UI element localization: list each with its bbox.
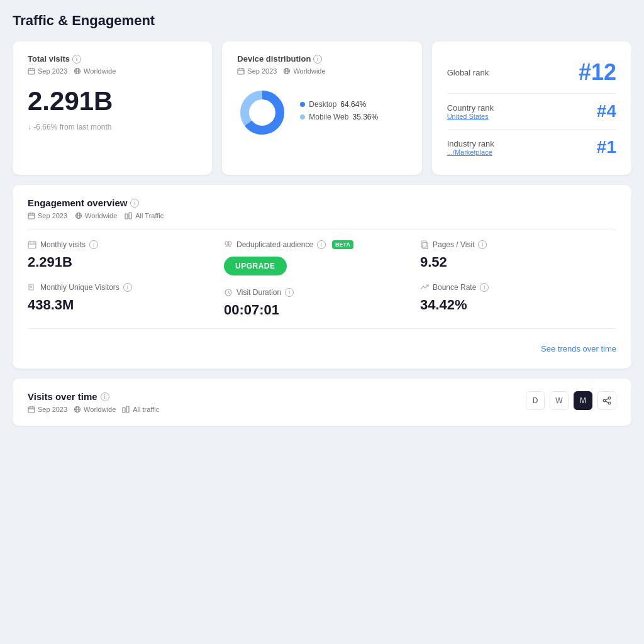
visit-duration-icon [224, 288, 233, 297]
device-dist-meta: Sep 2023 Worldwide [237, 67, 406, 75]
pages-visit-value: 9.52 [420, 254, 616, 270]
desktop-dot [300, 102, 305, 107]
svg-rect-38 [421, 241, 426, 247]
unique-visitors-icon [28, 283, 36, 292]
device-distribution-card: Device distribution i Sep 2023 Worldwide [222, 42, 421, 175]
upgrade-btn-wrapper[interactable]: UPGRADE [224, 257, 420, 275]
svg-rect-25 [129, 213, 131, 219]
global-rank-row: Global rank #12 [447, 52, 616, 94]
svg-point-50 [603, 399, 606, 402]
total-visits-date: Sep 2023 [28, 67, 67, 75]
svg-rect-7 [238, 69, 244, 74]
total-visits-region: Worldwide [74, 67, 116, 75]
bounce-rate-value: 34.42% [420, 297, 616, 313]
svg-point-34 [228, 242, 231, 245]
svg-rect-17 [28, 213, 35, 219]
device-dist-info-icon[interactable]: i [313, 55, 322, 64]
mobile-legend-item: Mobile Web 35.36% [300, 113, 378, 121]
country-rank-left: Country rank United States [447, 103, 494, 120]
svg-rect-24 [125, 214, 128, 219]
visits-region: Worldwide [74, 406, 116, 413]
svg-rect-48 [126, 406, 129, 413]
svg-rect-26 [28, 242, 36, 248]
calendar-icon [28, 406, 35, 413]
engagement-title: Engagement overview i [28, 197, 616, 208]
industry-rank-row: Industry rank .../Marketplace #1 [447, 130, 616, 165]
week-button[interactable]: W [550, 391, 569, 410]
globe-icon [283, 67, 291, 75]
device-dist-date: Sep 2023 [237, 67, 277, 75]
upgrade-button[interactable]: UPGRADE [224, 257, 287, 275]
monthly-visits-icon [28, 240, 36, 249]
total-visits-title: Total visits i [28, 54, 197, 64]
device-legend: Desktop 64.64% Mobile Web 35.36% [300, 100, 378, 125]
visits-over-time-info[interactable]: i [101, 392, 109, 401]
metrics-col-2: Deduplicated audience i BETA UPGRADE Vis… [224, 240, 420, 318]
visits-title-block: Visits over time i Sep 2023 Worldwide Al… [28, 391, 159, 413]
globe-icon [75, 212, 82, 219]
see-trends-link[interactable]: See trends over time [541, 344, 616, 353]
time-controls: D W M [526, 391, 616, 410]
device-dist-region: Worldwide [283, 67, 325, 75]
visits-date: Sep 2023 [28, 406, 67, 413]
calendar-icon [28, 67, 35, 75]
engagement-info-icon[interactable]: i [130, 199, 139, 208]
country-rank-value: #4 [597, 101, 616, 121]
month-button[interactable]: M [574, 391, 592, 410]
globe-icon [74, 67, 81, 75]
industry-rank-left: Industry rank .../Marketplace [447, 139, 494, 156]
pages-icon [420, 240, 429, 249]
mobile-dot [300, 114, 305, 119]
share-button[interactable] [597, 391, 616, 410]
pages-visit-info[interactable]: i [478, 240, 487, 249]
traffic-icon [125, 212, 133, 219]
metrics-col-3: Pages / Visit i 9.52 Bounce Rate i 34.42… [420, 240, 616, 318]
monthly-visits-row: Monthly visits i 2.291B [28, 240, 224, 270]
engagement-bottom-divider [28, 328, 616, 329]
svg-point-51 [608, 402, 611, 404]
page-title: Traffic & Engagement [13, 13, 631, 29]
svg-rect-39 [423, 243, 428, 249]
total-visits-change: ↓ -6.66% from last month [28, 123, 197, 131]
total-visits-card: Total visits i Sep 2023 Worldwide 2.291B… [13, 42, 212, 175]
traffic-icon [122, 406, 130, 413]
engagement-meta: Sep 2023 Worldwide All Traffic [28, 212, 616, 219]
dedup-info[interactable]: i [317, 240, 326, 249]
desktop-pct: 64.64% [340, 100, 366, 109]
visits-over-time-card: Visits over time i Sep 2023 Worldwide Al… [13, 379, 631, 426]
visits-header: Visits over time i Sep 2023 Worldwide Al… [28, 391, 616, 413]
visits-meta: Sep 2023 Worldwide All traffic [28, 406, 159, 413]
global-rank-label: Global rank [447, 68, 489, 77]
engagement-region: Worldwide [75, 212, 117, 219]
country-rank-row: Country rank United States #4 [447, 94, 616, 130]
visit-duration-row: Visit Duration i 00:07:01 [224, 288, 420, 318]
country-link[interactable]: United States [447, 113, 494, 120]
monthly-unique-row: Monthly Unique Visitors i 438.3M [28, 283, 224, 313]
device-dist-title: Device distribution i [237, 54, 406, 64]
calendar-icon [28, 212, 35, 219]
bounce-rate-icon [420, 283, 429, 292]
total-visits-meta: Sep 2023 Worldwide [28, 67, 197, 75]
svg-line-52 [606, 399, 608, 400]
beta-badge: BETA [332, 240, 353, 249]
svg-line-37 [228, 292, 230, 294]
industry-link[interactable]: .../Marketplace [447, 148, 494, 156]
total-visits-info-icon[interactable]: i [72, 55, 81, 64]
day-button[interactable]: D [526, 391, 545, 410]
dedup-row: Deduplicated audience i BETA UPGRADE [224, 240, 420, 275]
monthly-visits-value: 2.291B [28, 254, 224, 270]
bounce-rate-info[interactable]: i [480, 283, 489, 292]
svg-point-49 [608, 397, 611, 399]
rank-card: Global rank #12 Country rank United Stat… [432, 42, 631, 175]
visits-traffic: All traffic [122, 406, 159, 413]
monthly-visits-info[interactable]: i [89, 240, 98, 249]
desktop-legend-item: Desktop 64.64% [300, 100, 378, 109]
visit-duration-info[interactable]: i [285, 288, 294, 297]
monthly-unique-info[interactable]: i [123, 283, 132, 292]
metrics-col-1: Monthly visits i 2.291B Monthly Unique V… [28, 240, 224, 318]
industry-rank-value: #1 [597, 137, 616, 157]
svg-rect-47 [123, 408, 125, 413]
donut-chart [237, 87, 287, 138]
svg-point-16 [251, 101, 274, 124]
engagement-traffic: All Traffic [125, 212, 164, 219]
